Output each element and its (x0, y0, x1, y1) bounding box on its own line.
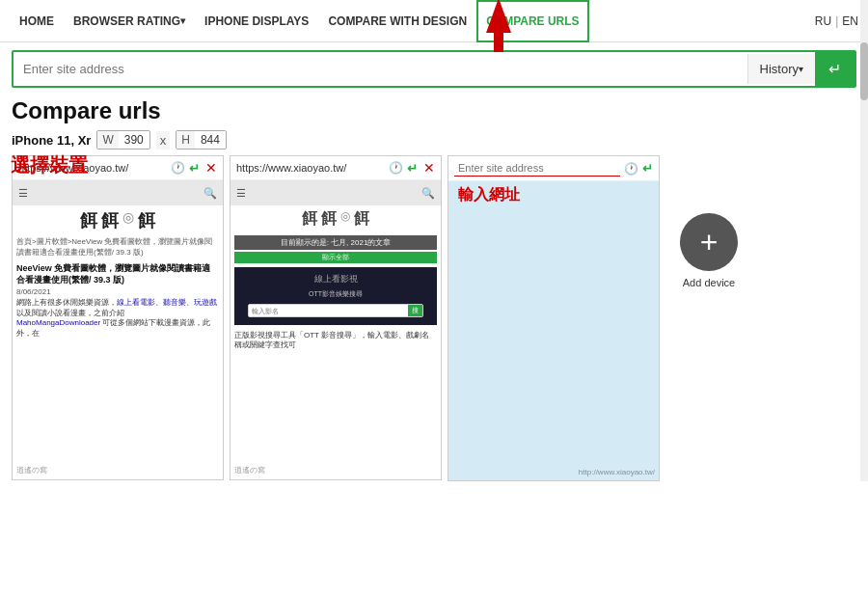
panel-2-highlight-bar: 目前顯示的是: 七月, 2021的文章 (234, 235, 437, 250)
panel-3-enter-icon[interactable]: ↵ (642, 161, 653, 176)
width-label: W (97, 131, 118, 149)
panel-2-img-block: 線上看影視 OTT影音娛樂搜尋 搜 (234, 267, 437, 325)
search-input[interactable] (14, 54, 747, 84)
panel-3-clock-icon[interactable]: 🕐 (624, 162, 638, 176)
nav-compare-urls[interactable]: COMPARE URLS (476, 0, 588, 42)
panel-1-url: https://www.xiaoyao.tw/ (18, 162, 167, 174)
panel-2-header: https://www.xiaoyao.tw/ 🕐 ↵ ✕ (231, 156, 441, 180)
panel-3: 🕐 ↵ 輸入網址 http://www.xiaoyao.tw/ (448, 155, 660, 481)
lang-separator: | (835, 14, 838, 28)
history-button[interactable]: History (747, 54, 815, 84)
panel-2-content: ☰ 🔍 餌 餌 ◎ 餌 目前顯示的是: 七月, 2021的文章 顯示全部 (231, 180, 441, 479)
panel-2-mini-nav: ☰ 🔍 (231, 180, 441, 205)
lang-ru[interactable]: RU (815, 14, 831, 28)
nav-bar: HOME BROWSER RATING IPHONE DISPLAYS COMP… (0, 0, 868, 42)
panel-2-search-btn[interactable]: 搜 (408, 305, 422, 316)
panel-3-url-input[interactable] (454, 160, 620, 177)
panel-1-text: 網路上有很多休閒娛樂資源，線上看電影、聽音樂、玩遊戲以及閱讀小說看漫畫，之前介紹 (16, 298, 219, 318)
device-section: iPhone 11, Xr W 390 x H 844 (0, 130, 868, 150)
panel-1-screenshot: ☰ 🔍 餌 餌 ◎ 餌 首頁>圖片軟體>NeeView 免費看圖軟體，瀏覽圖片就… (13, 180, 223, 479)
panel-2-logo: 餌 餌 ◎ 餌 (231, 205, 441, 233)
panel-1-logo: 餌 餌 ◎ 餌 (13, 205, 223, 236)
panel-2-enter-icon[interactable]: ↵ (407, 161, 418, 176)
panel-2-img-subtitle: OTT影音娛樂搜尋 (309, 289, 363, 299)
panel-1-article-title: NeeView 免費看圖軟體，瀏覽圖片就像閱讀書籍適合看漫畫使用(繁體/ 39.… (16, 263, 219, 285)
lang-section: RU | EN (815, 14, 858, 28)
device-row: iPhone 11, Xr W 390 x H 844 (12, 130, 856, 150)
panel-1-mini-nav: ☰ 🔍 (13, 180, 223, 205)
page-title: Compare urls (12, 97, 856, 124)
nav-compare-design[interactable]: COMPARE WITH DESIGN (318, 0, 476, 42)
add-device-button[interactable]: + (680, 213, 738, 271)
width-value: 390 (119, 131, 149, 149)
panel-2-search-input[interactable] (249, 305, 408, 316)
nav-iphone-displays[interactable]: IPHONE DISPLAYS (195, 0, 318, 42)
panel-2-clock-icon[interactable]: 🕐 (389, 161, 403, 175)
panel-1-date: 8/06/2021 (16, 287, 219, 296)
scrollbar-thumb[interactable] (860, 42, 868, 100)
panel-2: https://www.xiaoyao.tw/ 🕐 ↵ ✕ ☰ 🔍 餌 (230, 155, 442, 480)
panel-1-search-icon: 🔍 (203, 187, 217, 200)
add-device-label: Add device (683, 277, 735, 288)
dim-x-sep: x (156, 131, 171, 150)
panel-2-mini-content: 正版影視搜尋工具「OTT 影音搜尋」，輸入電影、戲劇名稱或關鍵字查找可 (231, 327, 441, 479)
lang-en[interactable]: EN (842, 14, 858, 28)
panels-container: 選擇裝置 https://www.xiaoyao.tw/ 🕐 ↵ ✕ ☰ 🔍 (12, 155, 856, 481)
go-button[interactable]: ↵ (815, 52, 854, 86)
height-box: H 844 (176, 130, 227, 150)
height-value: 844 (195, 131, 226, 149)
panel-2-search-icon: 🔍 (421, 187, 435, 200)
panel-1-mini-content: NeeView 免費看圖軟體，瀏覽圖片就像閱讀書籍適合看漫畫使用(繁體/ 39.… (13, 259, 223, 479)
scrollbar[interactable] (860, 0, 868, 481)
panel-1: 選擇裝置 https://www.xiaoyao.tw/ 🕐 ↵ ✕ ☰ 🔍 (12, 155, 224, 480)
device-name[interactable]: iPhone 11, Xr (12, 133, 91, 148)
panel-1-hamburger-icon: ☰ (18, 187, 28, 200)
panel-2-hamburger-icon: ☰ (236, 187, 246, 200)
add-device-container: + Add device (665, 155, 752, 288)
enter-url-annotation: 輸入網址 (458, 185, 520, 205)
panel-1-text2: MahoMangaDownloader 可從多個網站下載漫畫資源，此外，在 (16, 318, 219, 339)
panel-2-sub-bar: 顯示全部 (234, 252, 437, 263)
panel-1-header: https://www.xiaoyao.tw/ 🕐 ↵ ✕ (13, 156, 223, 180)
width-box: W 390 (96, 130, 149, 150)
panel-1-enter-icon[interactable]: ↵ (189, 161, 200, 176)
panel-3-empty-content: 輸入網址 (448, 181, 659, 480)
height-label: H (176, 131, 195, 149)
panel-1-content: ☰ 🔍 餌 餌 ◎ 餌 首頁>圖片軟體>NeeView 免費看圖軟體，瀏覽圖片就… (13, 180, 223, 479)
panel-2-screenshot: ☰ 🔍 餌 餌 ◎ 餌 目前顯示的是: 七月, 2021的文章 顯示全部 (231, 180, 441, 479)
panel-1-clock-icon[interactable]: 🕐 (171, 161, 185, 175)
nav-browser-rating[interactable]: BROWSER RATING (64, 0, 195, 42)
panel-2-search-bar: 搜 (248, 304, 423, 317)
search-bar: History ↵ (12, 50, 856, 88)
panel-2-url: https://www.xiaoyao.tw/ (236, 162, 385, 174)
panel-1-breadcrumb: 首頁>圖片軟體>NeeView 免費看圖軟體，瀏覽圖片就像閱讀書籍適合看漫畫使用… (13, 236, 223, 258)
panel-3-header: 🕐 ↵ (448, 156, 659, 181)
panel-2-img-title: 線上看影視 (314, 273, 358, 285)
nav-home[interactable]: HOME (10, 0, 64, 42)
panel-1-close-icon[interactable]: ✕ (205, 160, 217, 176)
panel-2-text: 正版影視搜尋工具「OTT 影音搜尋」，輸入電影、戲劇名稱或關鍵字查找可 (234, 331, 437, 351)
panel-2-close-icon[interactable]: ✕ (423, 160, 435, 176)
